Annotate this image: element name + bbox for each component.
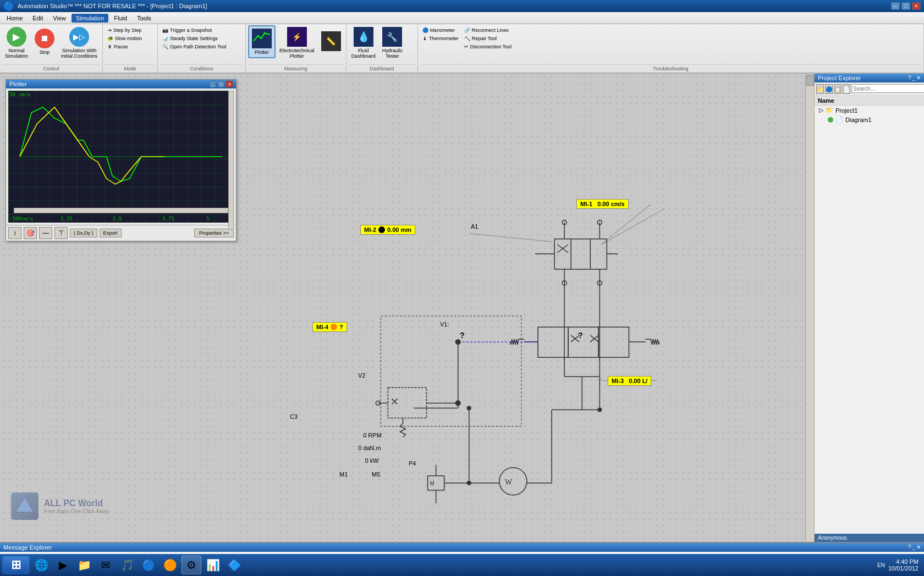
me-minimize-button[interactable]: _	[912, 544, 915, 551]
svg-point-15	[562, 281, 566, 285]
plotter-tool-3[interactable]: —	[39, 227, 52, 239]
vscroll-thumb[interactable]	[806, 75, 814, 86]
p4-label: P4	[409, 460, 416, 467]
svg-line-28	[590, 335, 598, 342]
plotter-minimize-button[interactable]: _	[210, 81, 216, 87]
plotter-vscroll[interactable]	[228, 91, 234, 230]
svg-marker-64	[16, 498, 33, 512]
plotter-tool-1[interactable]: ↕	[8, 227, 21, 239]
plot-x4: 5	[206, 216, 209, 221]
pe-search-input[interactable]	[851, 84, 924, 93]
taskbar-explorer-button[interactable]: 📁	[74, 556, 94, 574]
steady-state-button[interactable]: 📊 Steady State Settings	[160, 35, 228, 42]
taskbar-ppt-button[interactable]: 📊	[203, 556, 223, 574]
plotter-window-controls[interactable]: _ □ ✕	[210, 81, 233, 87]
fluid-dashboard-button[interactable]: 💧 Fluid Dashboard	[349, 25, 378, 60]
normal-simulation-label: Normal Simulation	[5, 48, 28, 59]
svg-rect-3	[554, 239, 607, 269]
reconnect-lines-button[interactable]: 🔗 Reconnect Lines	[462, 26, 514, 34]
tray-date: 10/01/2012	[888, 565, 919, 572]
pe-minimize-button[interactable]: _	[912, 75, 915, 81]
taskbar-app3-button[interactable]: 🔷	[224, 556, 244, 574]
close-button[interactable]: ✕	[912, 2, 921, 10]
svg-point-13	[597, 220, 602, 225]
manometer-button[interactable]: 🔵 Manometer	[420, 26, 461, 34]
taskbar-app1-button[interactable]: 🔵	[139, 556, 158, 574]
fluid-dashboard-label: Fluid Dashboard	[351, 48, 376, 59]
plotter-tool-2[interactable]: 🎯	[24, 227, 37, 239]
m5-label: M5	[372, 471, 380, 478]
repair-tool-button[interactable]: 🔨 Repair Tool	[462, 35, 514, 42]
slow-motion-button[interactable]: 🐢 Slow motion	[105, 35, 144, 42]
pe-help-button[interactable]: ?	[908, 75, 911, 81]
canvas-vscroll[interactable]	[805, 74, 814, 542]
minimize-button[interactable]: ─	[891, 2, 900, 10]
plotter-tool-4[interactable]: ⊤	[54, 227, 68, 239]
taskbar-mail-button[interactable]: ✉	[96, 556, 116, 574]
reconnect-lines-label: Reconnect Lines	[472, 27, 509, 33]
svg-point-43	[376, 401, 380, 405]
me-help-button[interactable]: ?	[908, 544, 911, 551]
conditions-group-label: Conditions	[160, 64, 243, 71]
start-button[interactable]: ⊞	[2, 556, 30, 574]
plotter-close-button[interactable]: ✕	[226, 81, 233, 87]
mi2-value: 0.00 mm	[387, 226, 411, 233]
svg-text:W: W	[505, 478, 513, 486]
disconnection-tool-button[interactable]: ✂ Disconnection Tool	[462, 43, 514, 51]
pe-diagram1-label: Diagram1	[845, 117, 872, 123]
measuring-extra-button[interactable]: 📏	[318, 25, 344, 58]
plotter-dxdy-button[interactable]: ( Dx,Dy )	[70, 229, 97, 237]
menu-view[interactable]: View	[48, 14, 70, 23]
pe-tool-2[interactable]: 🔵	[825, 84, 833, 94]
automation-icon: ⚙	[186, 558, 196, 572]
slow-motion-icon: 🐢	[107, 36, 113, 41]
trigger-snapshot-button[interactable]: 📷 Trigger a Snapshot	[160, 26, 228, 34]
svg-point-55	[467, 481, 471, 485]
pe-tool-4[interactable]: 📄	[843, 84, 850, 94]
taskbar-media-button[interactable]: ▶	[53, 556, 73, 574]
canvas-area[interactable]: Plotter _ □ ✕ 50 cm/s -50 cm/s	[0, 74, 814, 542]
plotter-button[interactable]: Plotter	[248, 25, 276, 58]
me-close-button[interactable]: ✕	[916, 544, 921, 551]
pe-window-controls[interactable]: ? _ ✕	[908, 75, 921, 81]
svg-line-63	[601, 204, 651, 245]
menu-edit[interactable]: Edit	[28, 14, 47, 23]
me-controls[interactable]: ? _ ✕	[908, 544, 921, 551]
maximize-button[interactable]: □	[901, 2, 910, 10]
plotter-export-button[interactable]: Export	[100, 229, 122, 237]
menu-tools[interactable]: Tools	[133, 14, 156, 23]
menu-home[interactable]: Home	[2, 14, 27, 23]
open-path-button[interactable]: 🔍 Open Path Detection Tool	[160, 43, 228, 51]
hydraulic-tester-button[interactable]: 🔧 Hydraulic Tester	[380, 25, 406, 60]
electro-plotter-button[interactable]: ⚡ Electrotechnical Plotter	[277, 25, 317, 60]
pe-item-diagram1[interactable]: 📄 Diagram1	[815, 115, 924, 124]
taskbar-app2-button[interactable]: 🟠	[160, 556, 180, 574]
taskbar-automation-button[interactable]: ⚙	[182, 556, 201, 574]
stop-button[interactable]: ⏹ Stop	[32, 25, 57, 58]
watermark-subtitle: Free Apps One Click Away	[44, 508, 109, 514]
ribbon-group-conditions: 📷 Trigger a Snapshot 📊 Steady State Sett…	[158, 24, 246, 73]
pe-item-project1[interactable]: ▷ 📁 Project1	[815, 106, 924, 115]
simulation-with-ic-button[interactable]: ▶▷ Simulation With Initial Conditions	[58, 25, 100, 60]
plotter-properties-button[interactable]: Properties >>	[194, 229, 234, 237]
pe-tool-1[interactable]: 📁	[816, 84, 824, 94]
titlebar-controls[interactable]: ─ □ ✕	[891, 2, 921, 10]
mi4-label: MI-4 ?	[312, 322, 347, 332]
plotter-restore-button[interactable]: □	[218, 81, 224, 87]
step-by-step-button[interactable]: ⇥ Step by Step	[105, 26, 144, 34]
thermometer-button[interactable]: 🌡 Thermometer	[420, 35, 461, 42]
taskbar-ie-button[interactable]: 🌐	[31, 556, 51, 574]
svg-point-41	[455, 400, 461, 406]
plotter-hscroll[interactable]	[14, 208, 228, 213]
menu-simulation[interactable]: Simulation	[72, 14, 108, 23]
pause-button[interactable]: ⏸ Pause	[105, 43, 144, 51]
mi2-id: MI-2	[364, 226, 376, 233]
menu-fluid[interactable]: Fluid	[109, 14, 131, 23]
normal-simulation-button[interactable]: ▶ Normal Simulation	[2, 25, 31, 60]
camera-icon: 📷	[162, 27, 168, 33]
pe-tool-3[interactable]: 📋	[834, 84, 842, 94]
taskbar-music-button[interactable]: 🎵	[117, 556, 137, 574]
plotter-window[interactable]: Plotter _ □ ✕ 50 cm/s -50 cm/s	[6, 79, 237, 241]
menubar: Home Edit View Simulation Fluid Tools	[0, 12, 924, 24]
pe-close-button[interactable]: ✕	[916, 75, 921, 81]
